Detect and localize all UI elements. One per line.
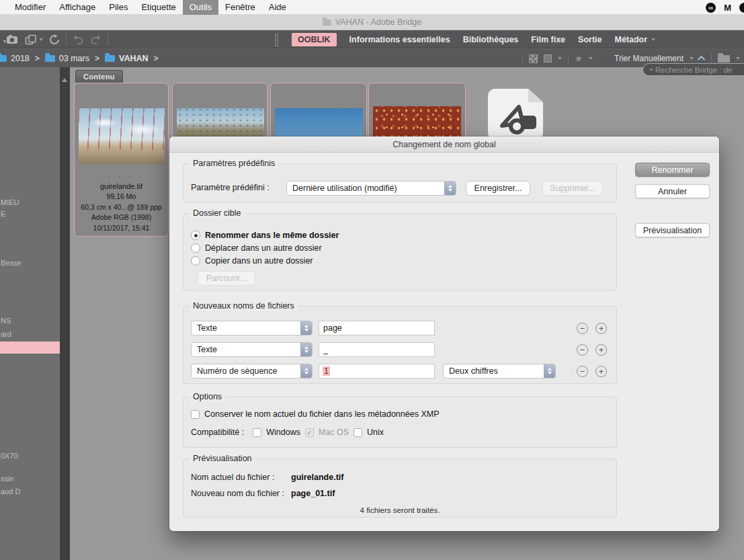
menu-aide[interactable]: Aide [262, 0, 293, 15]
radio-move-other-folder[interactable]: Déplacer dans un autre dossier [191, 243, 322, 253]
unix-checkbox[interactable] [354, 428, 362, 437]
toolbar-separator [66, 34, 67, 45]
workspace-tab-filmstrip[interactable]: Film fixe [531, 35, 565, 44]
sidebar-item[interactable]: 0X70 [1, 452, 18, 460]
add-row-button-1[interactable]: + [595, 323, 607, 334]
files-count-text: 4 fichiers seront traités. [183, 506, 616, 514]
windows-checkbox[interactable] [253, 428, 261, 437]
search-scope-icon[interactable] [649, 69, 653, 71]
remove-row-button-2[interactable]: − [577, 344, 588, 356]
collapse-panel-icon[interactable] [62, 78, 67, 82]
rename-button[interactable]: Renommer [635, 163, 710, 177]
sequence-start-input[interactable]: 1 [319, 364, 435, 378]
m-status-icon[interactable]: M [724, 3, 731, 13]
rating-filter-icon[interactable]: ★ [575, 54, 583, 63]
breadcrumb-vahan[interactable]: VAHAN [105, 54, 149, 63]
menu-etiquette[interactable]: Etiquette [134, 0, 182, 15]
add-row-button-3[interactable]: + [595, 366, 607, 377]
dialog-title-bar[interactable]: Changement de nom global [169, 136, 719, 153]
sidebar-item[interactable]: MIEU [1, 198, 19, 206]
stepper-icon [300, 343, 312, 356]
thumbnail-photo-garland [79, 108, 165, 164]
element-type-dropdown-3[interactable]: Numéro de séquence [191, 364, 313, 378]
radio-selected-icon[interactable] [191, 231, 200, 240]
workspace-tab-output[interactable]: Sortie [578, 35, 602, 44]
creative-cloud-icon[interactable]: ∞ [706, 3, 716, 13]
content-tab[interactable]: Contenu [75, 70, 123, 83]
file-date: 10/11/2017, 15:41 [75, 223, 168, 234]
thumbnail-item-file-icon[interactable] [485, 87, 546, 141]
sidebar-item[interactable]: NS [1, 317, 11, 325]
remove-row-button-3[interactable]: − [577, 366, 588, 377]
sidebar-item[interactable]: aud D [1, 487, 20, 495]
panel-divider[interactable] [60, 67, 70, 560]
add-row-button-2[interactable]: + [595, 344, 607, 356]
preview-section-title: Prévisualisation [190, 454, 255, 463]
sort-dropdown-icon[interactable] [690, 57, 694, 60]
menu-piles[interactable]: Piles [102, 0, 134, 15]
sidebar-item[interactable]: ssin [1, 475, 14, 483]
remove-row-button-1[interactable]: − [577, 323, 588, 334]
workspace-tab-ooblik[interactable]: OOBLIK [292, 33, 337, 46]
macos-checkbox: ✓ [305, 428, 314, 437]
new-name-value: page_01.tif [291, 489, 335, 498]
clipped-status-icon[interactable] [739, 3, 744, 13]
menu-outils[interactable]: Outils [183, 0, 218, 15]
workspace-tabs: OOBLIK Informations essentielles Bibliot… [274, 30, 655, 48]
copy-pages-icon[interactable] [25, 34, 37, 45]
sidebar-item[interactable]: ard [1, 330, 11, 338]
radio-icon[interactable] [191, 243, 200, 253]
preview-options-dropdown-icon[interactable] [558, 57, 562, 60]
preset-dropdown[interactable]: Dernière utilisation (modifié) [286, 181, 456, 196]
radio-copy-other-folder[interactable]: Copier dans un autre dossier [191, 255, 313, 266]
preserve-name-checkbox[interactable] [191, 410, 200, 419]
open-folder-icon[interactable] [718, 55, 730, 63]
digits-format-dropdown[interactable]: Deux chiffres [443, 364, 556, 378]
open-folder-dropdown-icon[interactable] [736, 57, 740, 60]
breadcrumb-03-mars[interactable]: 03 mars [45, 54, 89, 63]
import-photos-icon[interactable] [3, 34, 19, 45]
menu-fenetre[interactable]: Fenêtre [218, 0, 262, 15]
options-section: Options Conserver le nom actuel du fichi… [183, 397, 617, 448]
workspace-tab-metadata[interactable]: Métador [614, 35, 655, 44]
thumbnail-guirelande[interactable]: · · · · · guirelande.tif 99,16 Mo 60,3 c… [74, 83, 169, 237]
sort-ascending-icon[interactable] [698, 56, 705, 63]
stepper-icon [300, 321, 312, 335]
preserve-name-option[interactable]: Conserver le nom actuel du fichier dans … [191, 409, 440, 419]
rating-filter-dropdown-icon[interactable] [589, 57, 593, 60]
workspace-drag-handle[interactable] [274, 33, 279, 46]
save-preset-button[interactable]: Enregistrer... [466, 181, 530, 196]
radio-rename-same-folder[interactable]: Renommer dans le même dossier [191, 230, 339, 241]
text-value-input-1[interactable] [319, 321, 435, 335]
sort-order-label[interactable]: Trier Manuellement [614, 54, 684, 63]
search-input[interactable] [655, 66, 744, 74]
sidebar-item-selected[interactable] [0, 342, 60, 354]
window-title-bar[interactable]: VAHAN - Adobe Bridge [0, 15, 744, 30]
text-value-input-2[interactable] [319, 342, 435, 357]
refresh-icon[interactable] [49, 34, 60, 45]
search-field[interactable] [643, 63, 744, 76]
preview-options-icon[interactable] [544, 54, 552, 63]
destination-section-title: Dossier cible [190, 208, 245, 218]
menu-modifier[interactable]: Modifier [8, 0, 52, 15]
workspace-tab-essentials[interactable]: Informations essentielles [349, 35, 450, 44]
app-toolbar: OOBLIK Informations essentielles Bibliot… [0, 30, 744, 48]
cancel-button[interactable]: Annuler [635, 184, 710, 198]
thumbnail-quality-icon[interactable] [529, 54, 538, 63]
workspace-tab-libraries[interactable]: Bibliothèques [463, 35, 519, 44]
copy-dropdown-icon[interactable] [39, 38, 43, 41]
menu-bar: Modifier Affichage Piles Etiquette Outil… [0, 0, 744, 15]
options-section-title: Options [190, 392, 225, 401]
folder-icon [0, 55, 7, 62]
radio-icon[interactable] [191, 256, 200, 266]
element-type-dropdown-1[interactable]: Texte [191, 321, 313, 335]
preview-button[interactable]: Prévisualisation [635, 223, 710, 237]
menu-affichage[interactable]: Affichage [52, 0, 102, 15]
element-type-dropdown-2[interactable]: Texte [191, 342, 313, 357]
sidebar-item[interactable]: E [1, 210, 5, 218]
sidebar-item[interactable]: Besse [1, 259, 22, 267]
breadcrumb-label: VAHAN [119, 54, 149, 63]
breadcrumb-2018[interactable]: 2018 [0, 54, 30, 63]
preset-label: Paramètre prédéfini : [191, 183, 270, 192]
pathbar-separator [522, 53, 523, 65]
